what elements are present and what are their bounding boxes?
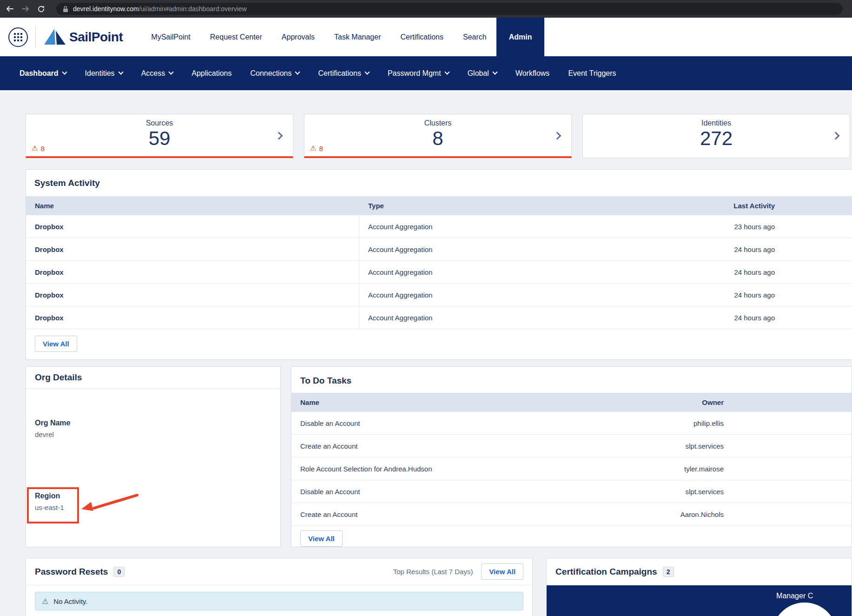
url-text: devrel.identitynow.com/ui/admin#admin:da… <box>73 5 247 13</box>
view-all-button[interactable]: View All <box>300 530 343 547</box>
chevron-down-icon <box>444 69 449 74</box>
subnav-item-applications[interactable]: Applications <box>182 69 241 78</box>
sources-card[interactable]: Sources 59 ⚠ 8 <box>26 114 293 158</box>
column-header-name: Name <box>26 196 359 215</box>
card-title: Sources <box>26 119 293 127</box>
table-row[interactable]: Dropbox Account Aggregation 23 hours ago <box>26 215 852 238</box>
table-row[interactable]: Dropbox Account Aggregation 24 hours ago <box>26 284 852 306</box>
browser-window: devrel.identitynow.com/ui/admin#admin:da… <box>0 0 852 616</box>
activity-time-cell: 24 hours ago <box>700 238 775 260</box>
topnav-item-approvals[interactable]: Approvals <box>272 18 324 56</box>
activity-name-cell: Dropbox <box>26 238 359 260</box>
topnav-item-search[interactable]: Search <box>453 18 496 56</box>
task-owner-cell: tyler.mairose <box>617 457 724 480</box>
view-all-button[interactable]: View All <box>481 563 523 580</box>
card-title: Identities <box>583 119 850 127</box>
topnav-item-certifications[interactable]: Certifications <box>391 18 453 56</box>
app-launcher-button[interactable] <box>8 27 28 47</box>
chart-segment-label: Manager C <box>776 592 813 600</box>
table-row[interactable]: Disable an Account philip.ellis <box>291 412 852 435</box>
region-label: Region <box>35 492 271 500</box>
panel-header: Password Resets 0 Top Results (Last 7 Da… <box>26 558 532 585</box>
lock-icon[interactable] <box>63 6 68 13</box>
activity-type-cell: Account Aggregation <box>359 261 700 283</box>
activity-time-cell: 23 hours ago <box>700 215 775 238</box>
task-owner-cell: philip.ellis <box>617 412 724 434</box>
back-button[interactable] <box>6 5 14 13</box>
divider <box>35 26 36 48</box>
activity-type-cell: Account Aggregation <box>359 215 700 238</box>
subnav-item-workflows[interactable]: Workflows <box>506 69 559 78</box>
panel-header: Org Details <box>26 367 280 389</box>
topnav-item-admin[interactable]: Admin <box>496 18 545 56</box>
reload-icon <box>37 5 45 13</box>
address-bar[interactable]: devrel.identitynow.com/ui/admin#admin:da… <box>56 3 843 15</box>
subnav-item-dashboard[interactable]: Dashboard <box>10 69 76 78</box>
org-details-body: Org Name devrel Region us-east-1 <box>26 419 280 511</box>
table-row[interactable]: Dropbox Account Aggregation 24 hours ago <box>26 238 852 261</box>
topnav-item-task-manager[interactable]: Task Manager <box>324 18 391 56</box>
column-header-last-activity: Last Activity <box>700 196 775 215</box>
warning-count: 8 <box>319 145 323 152</box>
warning-icon: ⚠ <box>310 144 316 152</box>
task-name-cell: Disable an Account <box>291 412 617 434</box>
view-all-button[interactable]: View All <box>35 336 77 352</box>
subnav-item-identities[interactable]: Identities <box>76 69 132 78</box>
topnav-item-mysailpoint[interactable]: MySailPoint <box>141 18 200 56</box>
table-row[interactable]: Create an Account slpt.services <box>291 435 852 457</box>
donut-hole <box>772 603 837 616</box>
reload-button[interactable] <box>37 5 45 13</box>
table-row[interactable]: Dropbox Account Aggregation 24 hours ago <box>26 261 852 284</box>
forward-button[interactable] <box>21 5 30 13</box>
task-name-cell: Disable an Account <box>291 480 617 503</box>
subnav-item-access[interactable]: Access <box>132 69 183 78</box>
activity-name-cell: Dropbox <box>26 306 359 329</box>
table-row[interactable]: Create an Account Aaron.Nichols <box>291 503 852 526</box>
subnav-item-password-mgmt[interactable]: Password Mgmt <box>378 69 458 78</box>
task-name-cell: Create an Account <box>291 503 617 525</box>
certification-campaigns-panel: Certification Campaigns 2 Manager C <box>546 558 852 616</box>
chevron-down-icon <box>118 69 123 74</box>
org-name-label: Org Name <box>35 419 271 427</box>
warning-icon: ⚠ <box>32 144 38 152</box>
chevron-down-icon <box>62 69 67 74</box>
dashboard-main: Sources 59 ⚠ 8 Clusters 8 ⚠ 8 Identities <box>0 90 852 616</box>
system-activity-panel: System Activity Name Type Last Activity … <box>26 169 852 360</box>
card-title: Clusters <box>304 119 571 127</box>
sailpoint-logo[interactable]: SailPoint <box>44 28 123 46</box>
panel-title: Certification Campaigns <box>555 567 657 577</box>
org-details-panel: Org Details Org Name devrel Region us-ea… <box>26 366 281 547</box>
admin-sub-navigation: Dashboard Identities Access Applications… <box>0 56 852 90</box>
brand-wordmark: SailPoint <box>69 30 123 45</box>
subnav-item-global[interactable]: Global <box>458 69 506 78</box>
middle-row: Org Details Org Name devrel Region us-ea… <box>26 366 852 547</box>
subnav-item-connections[interactable]: Connections <box>241 69 309 78</box>
task-owner-cell: slpt.services <box>617 435 724 457</box>
table-row[interactable]: Role Account Selection for Andrea.Hudson… <box>291 457 852 480</box>
info-warning-icon: ⚠ <box>42 597 48 606</box>
clusters-card[interactable]: Clusters 8 ⚠ 8 <box>304 114 572 158</box>
top-navigation: SailPoint MySailPoint Request Center App… <box>0 18 852 56</box>
topnav-item-request-center[interactable]: Request Center <box>200 18 272 56</box>
org-name-group: Org Name devrel <box>35 419 271 438</box>
panel-title: Password Resets <box>35 567 108 577</box>
subnav-item-certifications[interactable]: Certifications <box>309 69 378 78</box>
stat-cards-row: Sources 59 ⚠ 8 Clusters 8 ⚠ 8 Identities <box>26 114 852 158</box>
table-row[interactable]: Dropbox Account Aggregation 24 hours ago <box>26 306 852 329</box>
bottom-row: Password Resets 0 Top Results (Last 7 Da… <box>26 558 852 616</box>
identities-card[interactable]: Identities 272 <box>582 114 850 158</box>
table-row[interactable]: Disable an Account slpt.services <box>291 480 852 503</box>
password-resets-panel: Password Resets 0 Top Results (Last 7 Da… <box>26 558 533 616</box>
sailpoint-sail-icon <box>44 28 66 46</box>
activity-name-cell: Dropbox <box>26 284 359 306</box>
panel-title: To Do Tasks <box>291 367 852 393</box>
subnav-item-event-triggers[interactable]: Event Triggers <box>559 69 625 78</box>
chevron-down-icon <box>169 69 174 74</box>
table-header: Name Type Last Activity <box>26 196 852 215</box>
top-results-label: Top Results (Last 7 Days) <box>393 568 473 576</box>
url-path: /ui/admin#admin:dashboard:overview <box>139 5 247 13</box>
todo-tasks-panel: To Do Tasks Name Owner Disable an Accoun… <box>291 366 852 547</box>
column-header-name: Name <box>291 393 617 412</box>
activity-time-cell: 24 hours ago <box>700 306 775 329</box>
activity-time-cell: 24 hours ago <box>700 261 775 283</box>
